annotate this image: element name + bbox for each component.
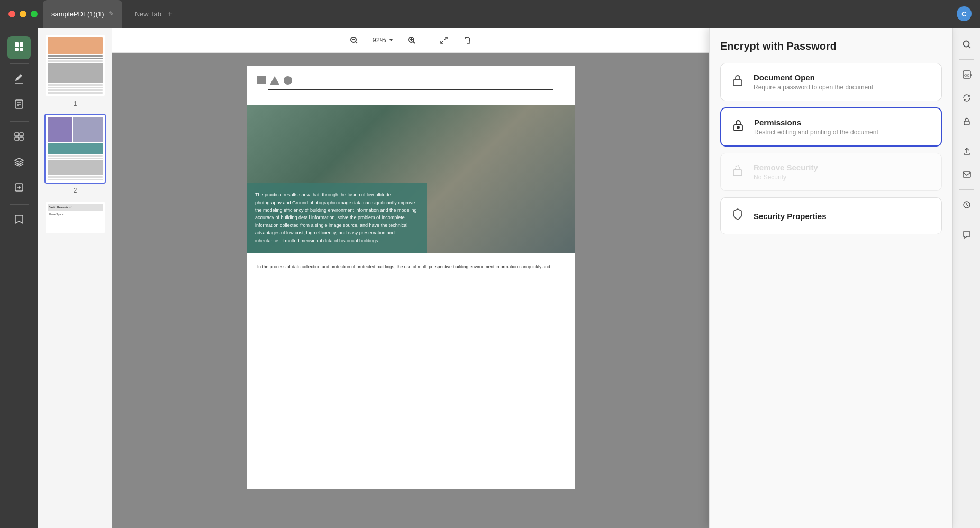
svg-line-30 (968, 46, 970, 48)
backup-button[interactable] (956, 194, 977, 215)
thumbnails-icon (14, 41, 24, 54)
svg-rect-25 (733, 80, 742, 86)
sidebar-item-thumbnails[interactable] (7, 36, 31, 59)
svg-rect-2 (15, 48, 19, 51)
overlay-text-content: The practical results show that: through… (255, 192, 417, 243)
thumbnail-page-2[interactable]: 2 (44, 114, 106, 194)
rotate-button[interactable] (458, 31, 477, 50)
tab-active-label: samplePDF(1)(1) (51, 10, 104, 18)
thumbnail-img-3: Basic Elements of Plane Space (44, 201, 106, 234)
thumb-line (48, 176, 103, 178)
thumb-text-2 (48, 84, 103, 94)
thumb-img-1 (48, 63, 103, 83)
thumb-line (48, 58, 103, 59)
encrypt-panel: Encrypt with Password Document Open Requ… (709, 28, 952, 528)
close-button[interactable] (8, 11, 15, 17)
secure-button[interactable] (956, 111, 977, 132)
share-button[interactable] (956, 141, 977, 162)
svg-point-27 (737, 126, 739, 129)
page-2-num: 2 (74, 187, 77, 194)
pdf-shapes (257, 76, 564, 85)
search-button[interactable] (956, 34, 977, 55)
thumbnail-page-3[interactable]: Basic Elements of Plane Space (44, 201, 106, 234)
thumb-text-4 (48, 176, 103, 180)
thumbnail-page-1[interactable]: 1 (44, 34, 106, 107)
thumb-line (48, 87, 103, 88)
pdf-page: The practical results show that: through… (247, 66, 575, 489)
svg-rect-0 (15, 42, 19, 47)
right-divider-4 (959, 220, 974, 220)
thumb-purple (48, 117, 72, 142)
thumb-line (48, 60, 103, 62)
maximize-button[interactable] (31, 11, 38, 17)
divider-1 (10, 63, 29, 64)
sidebar-item-organize[interactable] (7, 126, 31, 149)
edit-document-icon (14, 99, 24, 112)
svg-marker-13 (15, 158, 23, 162)
tab-new[interactable]: New Tab ＋ (122, 0, 187, 28)
thumb-teal (48, 143, 103, 154)
edit-icon[interactable]: ✎ (108, 10, 114, 17)
svg-rect-34 (963, 172, 970, 177)
thumb-line (48, 55, 103, 57)
svg-text:OCR: OCR (964, 74, 972, 77)
thumb-line (48, 84, 103, 86)
remove-security-title: Remove Security (754, 163, 818, 172)
svg-marker-18 (389, 39, 393, 41)
divider-3 (10, 204, 29, 205)
comment-button[interactable] (956, 224, 977, 245)
convert-button[interactable] (956, 87, 977, 108)
thumb-1-content (46, 35, 105, 96)
right-toolbar: OCR (952, 28, 980, 528)
document-open-title: Document Open (754, 73, 873, 82)
remove-security-icon (729, 163, 746, 180)
thumb-line (48, 155, 103, 157)
sidebar-item-bookmark[interactable] (7, 209, 31, 232)
svg-rect-33 (964, 121, 969, 125)
pdf-body-content: In the process of data collection and pr… (257, 264, 550, 269)
thumb-3-header: Basic Elements of (48, 204, 103, 211)
minimize-button[interactable] (20, 11, 26, 17)
zoom-in-button[interactable] (402, 31, 421, 50)
left-sidebar (0, 28, 38, 528)
svg-line-20 (413, 41, 415, 43)
encrypt-option-document-open[interactable]: Document Open Require a password to open… (720, 63, 942, 101)
svg-line-16 (356, 41, 358, 43)
pdf-area[interactable]: The practical results show that: through… (112, 53, 709, 528)
sidebar-item-redact[interactable] (7, 177, 31, 200)
bookmark-icon (14, 214, 24, 227)
divider-2 (10, 121, 29, 122)
zoom-display[interactable]: 92% (368, 34, 397, 46)
tab-active[interactable]: samplePDF(1)(1) ✎ (43, 0, 122, 28)
thumbnail-panel[interactable]: 1 (38, 28, 112, 528)
svg-rect-1 (20, 42, 23, 47)
encrypt-option-security-properties[interactable]: Security Properties (720, 197, 942, 234)
thumb-3-title: Basic Elements of (49, 206, 71, 209)
sidebar-item-annotate[interactable] (7, 68, 31, 92)
fit-page-button[interactable] (434, 31, 453, 50)
add-tab-icon[interactable]: ＋ (166, 8, 174, 20)
encrypt-option-permissions[interactable]: Permissions Restrict editing and printin… (720, 107, 942, 147)
organize-icon (14, 131, 24, 144)
zoom-out-button[interactable] (344, 31, 364, 50)
titlebar: samplePDF(1)(1) ✎ New Tab ＋ C (0, 0, 980, 28)
encrypt-panel-title: Encrypt with Password (720, 40, 942, 52)
svg-point-29 (963, 41, 969, 47)
avatar[interactable]: C (957, 6, 972, 21)
remove-security-text: Remove Security No Security (754, 163, 818, 181)
tab-bar: samplePDF(1)(1) ✎ New Tab ＋ (43, 0, 957, 28)
sidebar-item-layers[interactable] (7, 151, 31, 175)
mail-button[interactable] (956, 164, 977, 185)
remove-security-desc: No Security (754, 174, 818, 181)
svg-rect-3 (20, 48, 23, 51)
thumb-line (48, 89, 103, 91)
toolbar: 92% (112, 28, 709, 53)
permissions-desc: Restrict editing and printing of the doc… (754, 129, 878, 136)
pdf-separator (268, 89, 553, 90)
encrypt-option-remove-security: Remove Security No Security (720, 153, 942, 191)
sidebar-item-edit[interactable] (7, 94, 31, 117)
thumbnail-img-2 (44, 114, 106, 184)
pdf-overlay-text: The practical results show that: through… (247, 183, 427, 253)
toolbar-area: 92% (112, 28, 709, 528)
ocr-button[interactable]: OCR (956, 64, 977, 85)
